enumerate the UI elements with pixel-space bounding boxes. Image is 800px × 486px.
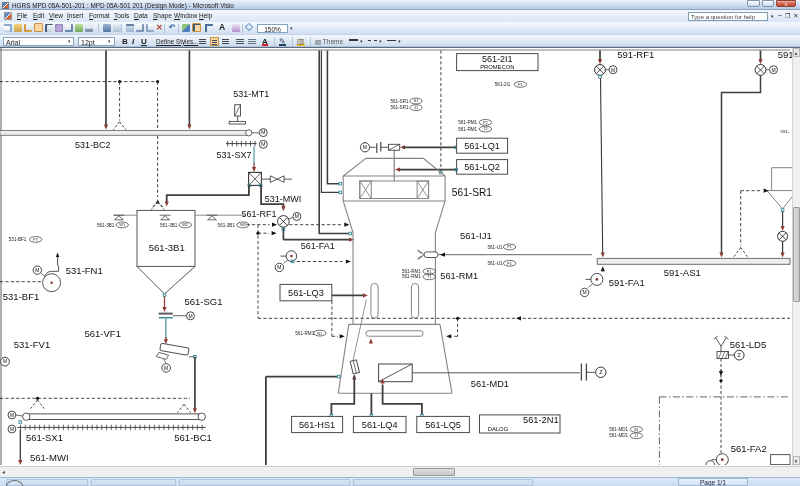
svg-text:561-2N1: 561-2N1: [523, 415, 559, 425]
svg-text:Z: Z: [738, 352, 741, 358]
svg-text:561-MWI: 561-MWI: [30, 452, 69, 463]
svg-text:561-3B1: 561-3B1: [149, 242, 185, 253]
svg-text:561-U1: 561-U1: [488, 245, 504, 250]
svg-text:561-BC1: 561-BC1: [174, 432, 212, 443]
svg-text:561-MD1: 561-MD1: [471, 379, 509, 389]
svg-text:J1: J1: [634, 433, 638, 438]
svg-text:561-3B1: 561-3B1: [218, 223, 236, 228]
svg-text:W2: W2: [182, 222, 188, 227]
svg-text:~: ~: [364, 140, 367, 145]
svg-text:561-3B1: 561-3B1: [97, 223, 115, 228]
svg-text:M: M: [164, 365, 168, 371]
svg-text:531-SX7: 531-SX7: [217, 150, 252, 160]
svg-text:M: M: [611, 67, 615, 73]
svg-text:591-AS1: 591-AS1: [664, 267, 701, 278]
svg-text:561-SR1: 561-SR1: [390, 105, 409, 110]
svg-text:561-LQ5: 561-LQ5: [425, 420, 461, 430]
svg-text:561-RM1: 561-RM1: [458, 127, 477, 132]
svg-text:561-SG1: 561-SG1: [185, 296, 223, 307]
svg-text:531-MWI: 531-MWI: [265, 194, 302, 204]
svg-text:P2: P2: [483, 120, 488, 125]
svg-text:561-LQ4: 561-LQ4: [362, 420, 398, 430]
svg-text:531-BC2: 531-BC2: [75, 140, 111, 150]
svg-text:561-SR1: 561-SR1: [390, 99, 409, 104]
svg-text:561-FA1: 561-FA1: [301, 241, 335, 251]
svg-text:561-LQ2: 561-LQ2: [464, 162, 500, 172]
svg-text:F1: F1: [518, 82, 523, 87]
svg-text:F1: F1: [507, 261, 512, 266]
svg-text:M: M: [583, 289, 587, 295]
svg-text:561-VF1: 561-VF1: [85, 328, 121, 339]
svg-text:M: M: [10, 413, 14, 418]
svg-text:561-2I1: 561-2I1: [482, 54, 513, 64]
svg-text:591-: 591-: [781, 129, 790, 134]
svg-text:561-RM1: 561-RM1: [402, 274, 421, 279]
svg-text:T1: T1: [427, 274, 432, 279]
svg-text:M: M: [3, 358, 7, 364]
svg-text:M: M: [261, 129, 265, 135]
svg-text:561-RF1: 561-RF1: [242, 209, 277, 219]
svg-text:591-RF1: 591-RF1: [617, 49, 654, 60]
svg-text:561-SX1: 561-SX1: [26, 432, 63, 443]
svg-text:561-LQ3: 561-LQ3: [288, 288, 324, 298]
svg-text:591-FA1: 591-FA1: [609, 277, 645, 288]
svg-text:W3: W3: [240, 222, 246, 227]
svg-text:561-RM1: 561-RM1: [440, 271, 478, 281]
svg-text:531-FN1: 531-FN1: [66, 265, 103, 276]
svg-text:561-RM1: 561-RM1: [458, 120, 477, 125]
svg-text:DALOG: DALOG: [488, 426, 509, 432]
svg-text:561-LD5: 561-LD5: [730, 339, 766, 350]
svg-text:561-3B1: 561-3B1: [160, 223, 178, 228]
svg-text:561-2I1: 561-2I1: [495, 82, 511, 87]
svg-text:561-RM1: 561-RM1: [402, 269, 421, 274]
svg-text:T2: T2: [483, 126, 488, 131]
svg-text:N1: N1: [317, 331, 322, 336]
svg-text:M: M: [261, 141, 265, 147]
svg-text:W1: W1: [119, 222, 125, 227]
svg-text:531-MT1: 531-MT1: [233, 89, 269, 99]
svg-text:561-HS1: 561-HS1: [299, 420, 335, 430]
svg-text:561-LQ1: 561-LQ1: [464, 141, 500, 151]
svg-text:J1: J1: [414, 105, 418, 110]
svg-text:561-FA2: 561-FA2: [731, 443, 767, 454]
svg-text:561-RM1: 561-RM1: [295, 331, 314, 336]
svg-text:531-BF1: 531-BF1: [3, 291, 39, 302]
svg-text:P1: P1: [427, 269, 432, 274]
svg-text:M: M: [35, 267, 39, 273]
svg-text:531-BF1: 531-BF1: [9, 237, 27, 242]
svg-text:M: M: [771, 67, 775, 73]
svg-text:531-FV1: 531-FV1: [14, 339, 50, 350]
svg-text:PT: PT: [33, 237, 39, 242]
svg-text:M: M: [188, 313, 192, 319]
svg-text:PROMECON: PROMECON: [480, 64, 514, 70]
svg-text:P1: P1: [507, 244, 512, 249]
svg-text:M: M: [277, 264, 281, 270]
svg-text:561-MD1: 561-MD1: [609, 427, 628, 432]
svg-text:M: M: [295, 213, 299, 219]
svg-text:561-IJ1: 561-IJ1: [460, 230, 492, 241]
svg-text:561-SR1: 561-SR1: [452, 187, 493, 198]
svg-text:S1: S1: [634, 427, 639, 432]
svg-text:561-U1: 561-U1: [488, 261, 504, 266]
svg-text:S1: S1: [414, 98, 419, 103]
svg-text:M: M: [10, 427, 14, 432]
svg-text:561-MD1: 561-MD1: [609, 433, 628, 438]
